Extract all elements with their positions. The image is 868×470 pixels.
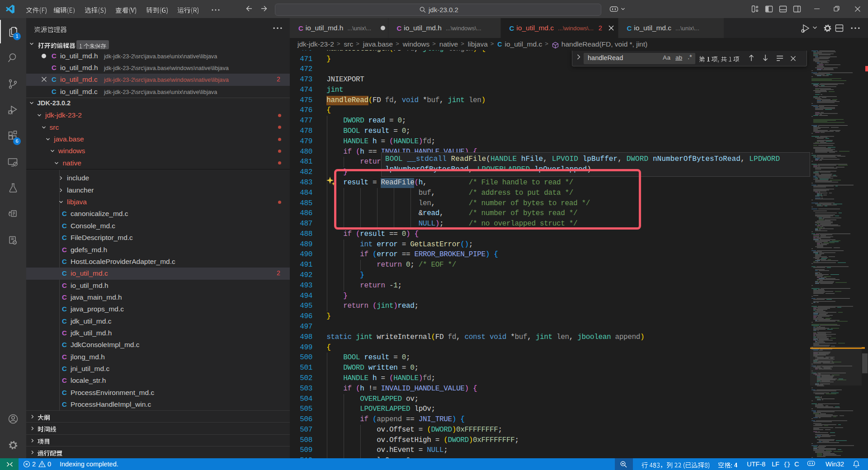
svg-text:{}: {} <box>783 461 791 468</box>
